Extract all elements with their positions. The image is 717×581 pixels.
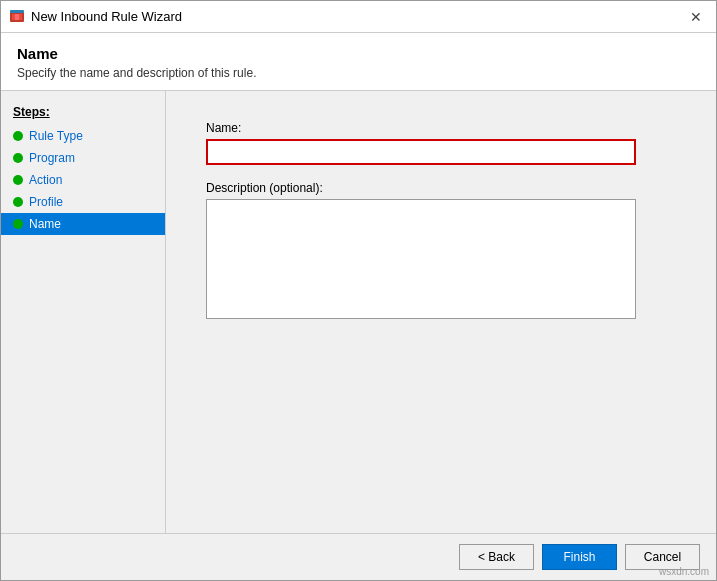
steps-label: Steps: bbox=[1, 101, 165, 125]
name-input[interactable] bbox=[206, 139, 636, 165]
watermark: wsxdn.com bbox=[659, 566, 709, 577]
sidebar-item-profile[interactable]: Profile bbox=[1, 191, 165, 213]
sidebar-item-action[interactable]: Action bbox=[1, 169, 165, 191]
dot-action bbox=[13, 175, 23, 185]
name-label: Name: bbox=[206, 121, 676, 135]
sidebar-item-label-name: Name bbox=[29, 217, 61, 231]
wizard-window: New Inbound Rule Wizard ✕ Name Specify t… bbox=[0, 0, 717, 581]
dot-program bbox=[13, 153, 23, 163]
sidebar-item-label-profile: Profile bbox=[29, 195, 63, 209]
header-heading: Name bbox=[17, 45, 700, 62]
sidebar-item-program[interactable]: Program bbox=[1, 147, 165, 169]
main-panel: Name: Description (optional): bbox=[166, 91, 716, 533]
content-area: Steps: Rule Type Program Action Profile … bbox=[1, 91, 716, 533]
sidebar-item-label-rule-type: Rule Type bbox=[29, 129, 83, 143]
footer: < Back Finish Cancel bbox=[1, 533, 716, 580]
header-section: Name Specify the name and description of… bbox=[1, 33, 716, 91]
dot-rule-type bbox=[13, 131, 23, 141]
sidebar-item-name[interactable]: Name bbox=[1, 213, 165, 235]
finish-button[interactable]: Finish bbox=[542, 544, 617, 570]
svg-rect-4 bbox=[10, 10, 24, 13]
svg-rect-3 bbox=[15, 14, 19, 20]
title-bar-left: New Inbound Rule Wizard bbox=[9, 9, 182, 25]
description-form-group: Description (optional): bbox=[206, 181, 676, 322]
sidebar-item-label-program: Program bbox=[29, 151, 75, 165]
close-button[interactable]: ✕ bbox=[684, 5, 708, 29]
dot-profile bbox=[13, 197, 23, 207]
back-button[interactable]: < Back bbox=[459, 544, 534, 570]
sidebar-item-label-action: Action bbox=[29, 173, 62, 187]
description-label: Description (optional): bbox=[206, 181, 676, 195]
sidebar-item-rule-type[interactable]: Rule Type bbox=[1, 125, 165, 147]
wizard-icon bbox=[9, 9, 25, 25]
title-bar: New Inbound Rule Wizard ✕ bbox=[1, 1, 716, 33]
title-bar-title: New Inbound Rule Wizard bbox=[31, 9, 182, 24]
name-form-group: Name: bbox=[206, 121, 676, 165]
dot-name bbox=[13, 219, 23, 229]
description-textarea[interactable] bbox=[206, 199, 636, 319]
header-subtext: Specify the name and description of this… bbox=[17, 66, 700, 80]
sidebar: Steps: Rule Type Program Action Profile … bbox=[1, 91, 166, 533]
